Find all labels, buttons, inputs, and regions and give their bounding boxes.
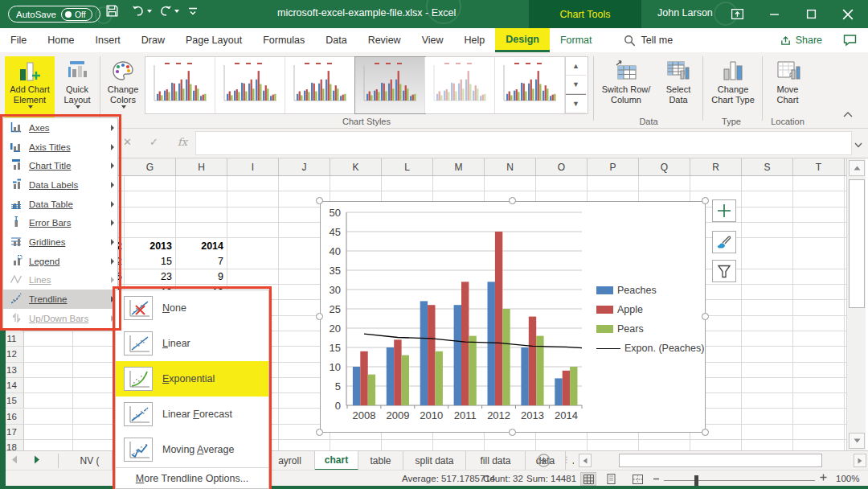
horizontal-scrollbar[interactable] [574,453,868,469]
hscroll-right-button[interactable] [854,454,866,467]
chart-style-thumbnail[interactable] [355,57,425,113]
hscroll-left-button[interactable] [579,454,592,467]
legend-item-trendline[interactable]: Expon. (Peaches) [596,339,704,358]
horizontal-scroll-thumb[interactable] [619,454,822,467]
zoom-slider-thumb[interactable] [694,475,698,486]
confirm-entry-icon[interactable]: ✓ [149,136,158,148]
sheet-tab-payroll-partial[interactable]: ayroll [265,451,315,471]
submenu-item-exponential[interactable]: Exponential [116,361,268,397]
menu-item-data-labels[interactable]: Data Labels [3,175,117,195]
chart-resize-handle[interactable] [316,429,323,436]
column-header-Q[interactable]: Q [639,158,690,175]
column-header-M[interactable]: M [433,158,485,175]
tab-format[interactable]: Format [550,28,603,52]
menu-item-axis-titles[interactable]: Axis Titles [3,138,117,157]
tab-formulas[interactable]: Formulas [252,28,315,52]
cell-col-g[interactable]: 15 [125,254,174,269]
tab-design[interactable]: Design [495,28,550,52]
quick-layout-button[interactable]: Quick Layout [58,56,96,109]
menu-item-legend[interactable]: Legend [3,252,117,271]
chart-style-thumbnail[interactable] [425,57,495,113]
chart-style-thumbnail[interactable] [495,57,565,113]
vertical-scrollbar[interactable] [846,158,866,450]
tab-view[interactable]: View [411,28,454,52]
tab-home[interactable]: Home [37,28,84,52]
chart-style-thumbnail[interactable] [145,57,215,113]
cell-col-h[interactable]: 7 [176,254,226,269]
sheet-nav-right-icon[interactable] [34,455,40,466]
user-name[interactable]: John Larson [657,7,713,18]
column-header-H[interactable]: H [176,158,227,175]
submenu-item-more-trendline-options[interactable]: More Trendline Options... [116,467,268,488]
save-button[interactable] [105,4,119,18]
menu-item-error-bars[interactable]: Error Bars [3,213,117,232]
undo-button[interactable] [131,4,152,18]
tab-file[interactable]: File [0,28,37,52]
page-layout-view-button[interactable] [603,472,619,486]
chart-resize-handle[interactable] [702,429,709,436]
chart-styles-button[interactable] [712,231,736,253]
tabbar-options-icon[interactable]: ⋮ [563,455,571,464]
page-break-view-button[interactable] [629,472,645,486]
scroll-up-button[interactable] [849,160,865,176]
cell-col-g[interactable]: 23 [125,269,174,285]
menu-item-gridlines[interactable]: Gridlines [3,232,117,252]
close-button[interactable] [834,0,862,28]
zoom-slider-track[interactable] [664,480,815,481]
tab-data[interactable]: Data [315,28,357,52]
zoom-in-button[interactable] [819,473,828,483]
column-chart-object[interactable]: 0510152025303540455020082009201020112012… [320,201,706,433]
column-header-T[interactable]: T [793,158,845,175]
vertical-scroll-thumb[interactable] [849,179,865,308]
chart-style-thumbnail[interactable] [285,57,355,113]
submenu-item-none[interactable]: None [116,290,268,326]
gallery-scroll-up-icon[interactable]: ▲ [566,57,586,76]
column-header-L[interactable]: L [382,158,433,175]
menu-item-chart-title[interactable]: Chart Title [3,156,117,175]
sheet-tab-split-data[interactable]: split data [403,451,466,471]
sheet-tab-table[interactable]: table [358,451,403,471]
tab-page-layout[interactable]: Page Layout [175,28,252,52]
maximize-button[interactable] [797,0,825,28]
legend-item-apple[interactable]: Apple [596,300,704,319]
minimize-button[interactable] [760,0,788,28]
chart-resize-handle[interactable] [316,313,323,320]
collapse-ribbon-button[interactable] [842,110,854,121]
expand-formula-bar-icon[interactable] [854,139,862,150]
column-header-K[interactable]: K [330,158,382,175]
column-header-P[interactable]: P [588,158,639,175]
sheet-tab-partial[interactable]: NV ( [68,451,113,471]
chart-resize-handle[interactable] [316,197,323,204]
sheet-nav-left-icon[interactable] [11,455,18,466]
chart-resize-handle[interactable] [509,197,516,204]
normal-view-button[interactable] [580,472,596,486]
insert-function-button[interactable]: fx [178,136,187,148]
column-header-R[interactable]: R [690,158,742,175]
switch-row-column-button[interactable]: Switch Row/ Column [598,56,654,105]
share-button[interactable]: Share [770,28,832,52]
chart-elements-button[interactable] [712,199,736,222]
sheet-tab-fill-data[interactable]: fill data [466,451,526,471]
ribbon-display-options-button[interactable] [723,0,751,28]
tab-help[interactable]: Help [454,28,496,52]
column-header-O[interactable]: O [536,158,588,175]
tab-insert[interactable]: Insert [85,28,131,52]
cell-col-g[interactable]: 2013 [125,238,174,253]
select-data-button[interactable]: Select Data [657,56,699,105]
legend-item-peaches[interactable]: Peaches [596,281,704,300]
chart-filters-button[interactable] [712,260,736,282]
add-chart-element-button[interactable]: Add Chart Element [5,56,55,121]
column-header-S[interactable]: S [742,158,793,175]
customize-quick-access-button[interactable] [187,4,199,18]
gallery-more-icon[interactable]: ▼ [566,94,586,113]
chart-resize-handle[interactable] [702,197,709,204]
zoom-level[interactable]: 100% [836,474,859,483]
column-header-N[interactable]: N [485,158,536,175]
menu-item-trendline[interactable]: Trendline [3,290,117,309]
chart-legend[interactable]: PeachesApplePearsExpon. (Peaches) [596,281,704,358]
redo-button[interactable] [158,4,179,18]
menu-item-axes[interactable]: Axes [3,118,117,138]
move-chart-button[interactable]: Move Chart [767,56,809,105]
cancel-entry-icon[interactable]: ✕ [123,136,132,148]
column-header-J[interactable]: J [279,158,330,175]
